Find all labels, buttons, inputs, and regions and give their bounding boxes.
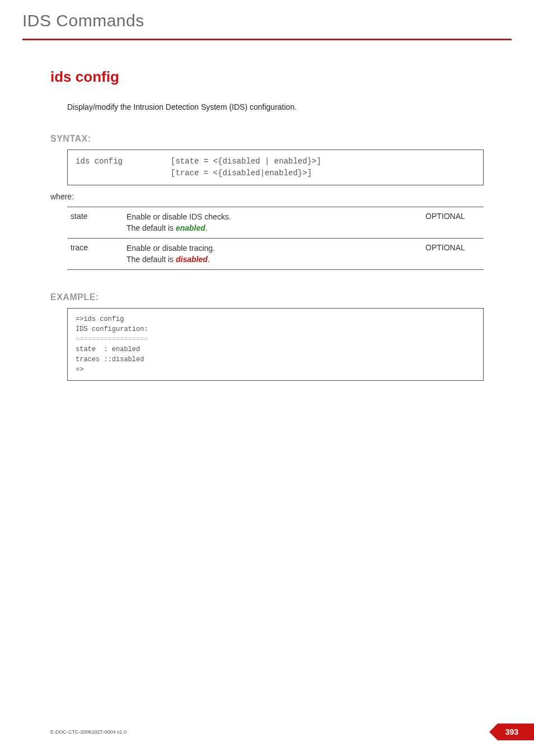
syntax-command: ids config xyxy=(76,156,171,179)
default-value: disabled xyxy=(176,255,208,264)
param-requirement: OPTIONAL xyxy=(422,239,484,270)
example-box: =>ids config IDS configuration: ========… xyxy=(67,308,484,381)
example-line: ================== xyxy=(76,335,148,343)
table-row: traceEnable or disable tracing.The defau… xyxy=(67,239,484,270)
syntax-label: SYNTAX: xyxy=(50,134,484,144)
table-row: stateEnable or disable IDS checks.The de… xyxy=(67,207,484,239)
parameter-table: stateEnable or disable IDS checks.The de… xyxy=(67,207,484,270)
page-footer: E-DOC-CTC-20061027-0004 v1.0 393 xyxy=(50,724,534,740)
page-number-flag: 393 xyxy=(489,724,534,740)
doc-reference: E-DOC-CTC-20061027-0004 v1.0 xyxy=(50,729,127,735)
param-description: Enable or disable tracing.The default is… xyxy=(123,239,422,270)
example-line: state : enabled xyxy=(76,346,140,353)
where-label: where: xyxy=(50,192,484,201)
syntax-arg-line: [state = <{disabled | enabled}>] xyxy=(171,156,475,167)
param-name: state xyxy=(67,207,123,239)
example-label: EXAMPLE: xyxy=(50,292,484,302)
flag-arrow xyxy=(489,724,498,740)
syntax-arg-line: [trace = <{disabled|enabled}>] xyxy=(171,167,475,179)
param-description: Enable or disable IDS checks.The default… xyxy=(123,207,422,239)
command-description: Display/modify the Intrusion Detection S… xyxy=(67,102,484,111)
syntax-box: ids config [state = <{disabled | enabled… xyxy=(67,150,484,185)
default-value: enabled xyxy=(176,223,205,232)
page-number: 393 xyxy=(498,724,534,740)
example-line: =>ids config xyxy=(76,315,124,323)
param-name: trace xyxy=(67,239,123,270)
example-line: => xyxy=(76,366,83,374)
param-requirement: OPTIONAL xyxy=(422,207,484,239)
example-line: IDS configuration: xyxy=(76,325,148,333)
page-title: ids config xyxy=(50,68,484,86)
example-line: traces ::disabled xyxy=(76,356,144,363)
running-head: IDS Commands xyxy=(22,11,534,39)
